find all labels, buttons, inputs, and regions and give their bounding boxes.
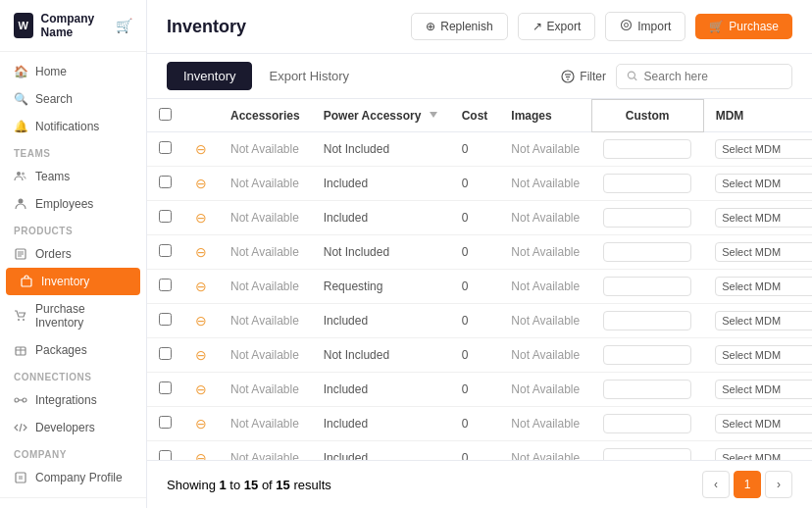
search-box[interactable] <box>616 64 792 89</box>
sidebar-item-notifications-label: Notifications <box>35 120 99 133</box>
mdm-select[interactable]: Select MDM Jamf Intune Kandji <box>715 380 812 399</box>
prev-page-button[interactable]: ‹ <box>702 471 730 498</box>
row-power-accessory: Included <box>312 200 450 234</box>
row-custom <box>591 406 703 440</box>
sidebar-item-inventory-label: Inventory <box>41 275 89 288</box>
next-page-button[interactable]: › <box>765 471 792 498</box>
row-mdm: Select MDM Jamf Intune Kandji <box>703 234 812 269</box>
custom-input[interactable] <box>603 208 691 228</box>
sidebar-item-teams[interactable]: Teams <box>0 163 146 190</box>
sidebar-item-company-profile[interactable]: Company Profile <box>0 464 146 491</box>
company-profile-icon <box>14 471 27 484</box>
mdm-select[interactable]: Select MDM Jamf Intune Kandji <box>715 277 812 296</box>
row-accessories: Not Available <box>219 440 312 460</box>
teams-icon <box>14 170 27 183</box>
replenish-button[interactable]: ⊕ Replenish <box>411 13 507 40</box>
row-power-accessory: Requesting <box>312 269 450 303</box>
custom-input[interactable] <box>603 242 691 262</box>
select-all-checkbox[interactable] <box>159 108 172 121</box>
mdm-select[interactable]: Select MDM Jamf Intune Kandji <box>715 311 812 330</box>
row-checkbox[interactable] <box>159 176 172 188</box>
mdm-select[interactable]: Select MDM Jamf Intune Kandji <box>715 174 812 193</box>
orders-icon <box>14 247 27 261</box>
sidebar-footer: U User Account Name staff@growrk.com ↩ D… <box>0 497 146 508</box>
sidebar-item-integrations[interactable]: Integrations <box>0 386 146 414</box>
products-section-label: PRODUCTS <box>0 218 146 240</box>
svg-point-9 <box>23 319 25 321</box>
row-checkbox[interactable] <box>159 347 172 360</box>
page-1-button[interactable]: 1 <box>734 471 761 498</box>
row-images: Not Available <box>499 234 591 269</box>
cart-icon[interactable]: 🛒 <box>116 18 132 33</box>
row-cost: 0 <box>450 234 500 269</box>
sidebar-item-employees-label: Employees <box>35 197 93 211</box>
export-label: Export <box>547 20 582 33</box>
row-cost: 0 <box>450 372 500 406</box>
connections-section-label: CONNECTIONS <box>0 364 146 386</box>
row-mdm: Select MDM Jamf Intune Kandji <box>703 372 812 406</box>
home-icon: 🏠 <box>14 65 27 78</box>
sidebar-item-search[interactable]: 🔍 Search <box>0 85 146 113</box>
row-checkbox[interactable] <box>159 450 172 461</box>
row-checkbox[interactable] <box>159 416 172 429</box>
sidebar-item-purchase-inventory[interactable]: Purchase Inventory <box>0 295 146 336</box>
purchase-button[interactable]: 🛒 Purchase <box>695 14 792 39</box>
row-power-accessory: Not Included <box>312 234 450 269</box>
sidebar-item-inventory[interactable]: Inventory <box>6 268 140 295</box>
svg-point-2 <box>19 199 24 204</box>
sidebar-item-company-profile-label: Company Profile <box>35 471 123 484</box>
custom-input[interactable] <box>603 139 691 159</box>
mdm-select[interactable]: Select MDM Jamf Intune Kandji <box>715 448 812 461</box>
tab-export-history[interactable]: Export History <box>252 62 366 90</box>
custom-input[interactable] <box>603 311 691 330</box>
row-images: Not Available <box>499 303 591 337</box>
company-section-label: COMPANY <box>0 441 146 464</box>
svg-rect-7 <box>22 279 31 286</box>
sidebar-item-packages[interactable]: Packages <box>0 336 146 364</box>
col-accessories: Accessories <box>219 100 312 132</box>
sidebar-item-home-label: Home <box>35 65 67 78</box>
sidebar-item-notifications[interactable]: 🔔 Notifications <box>0 113 146 140</box>
sidebar-item-home[interactable]: 🏠 Home <box>0 58 146 85</box>
row-checkbox[interactable] <box>159 279 172 291</box>
custom-input[interactable] <box>603 414 691 433</box>
row-cost: 0 <box>450 131 500 166</box>
export-button[interactable]: ↗ Export <box>518 13 596 40</box>
row-checkbox[interactable] <box>159 381 172 394</box>
row-checkbox[interactable] <box>159 244 172 257</box>
filter-button[interactable]: Filter <box>561 70 606 83</box>
mdm-select-wrapper: Select MDM Jamf Intune Kandji <box>715 380 812 399</box>
mdm-select[interactable]: Select MDM Jamf Intune Kandji <box>715 208 812 228</box>
import-button[interactable]: Import <box>605 12 685 41</box>
row-checkbox[interactable] <box>159 313 172 326</box>
custom-input[interactable] <box>603 174 691 193</box>
row-status-icon: ⊖ <box>195 313 207 329</box>
mdm-select[interactable]: Select MDM Jamf Intune Kandji <box>715 242 812 262</box>
mdm-select[interactable]: Select MDM Jamf Intune Kandji <box>715 139 812 159</box>
row-images: Not Available <box>499 372 591 406</box>
tab-inventory[interactable]: Inventory <box>167 62 252 90</box>
row-cost: 0 <box>450 166 500 200</box>
search-input[interactable] <box>644 70 782 83</box>
custom-input[interactable] <box>603 345 691 365</box>
row-cost: 0 <box>450 303 500 337</box>
sidebar-item-developers[interactable]: Developers <box>0 414 146 441</box>
custom-input[interactable] <box>603 380 691 399</box>
mdm-select-wrapper: Select MDM Jamf Intune Kandji <box>715 414 812 433</box>
sidebar-item-orders[interactable]: Orders <box>0 240 146 268</box>
svg-rect-17 <box>16 473 25 483</box>
mdm-select[interactable]: Select MDM Jamf Intune Kandji <box>715 345 812 365</box>
svg-point-0 <box>17 172 21 176</box>
custom-input[interactable] <box>603 277 691 296</box>
sidebar-item-employees[interactable]: Employees <box>0 190 146 218</box>
row-checkbox[interactable] <box>159 141 172 154</box>
row-status-icon: ⊖ <box>195 450 207 461</box>
svg-line-16 <box>20 424 22 432</box>
page-header: Inventory ⊕ Replenish ↗ Export Import 🛒 … <box>147 0 812 54</box>
purchase-inventory-icon <box>14 309 27 323</box>
sidebar-item-packages-label: Packages <box>35 343 87 357</box>
mdm-select[interactable]: Select MDM Jamf Intune Kandji <box>715 414 812 433</box>
row-checkbox[interactable] <box>159 210 172 223</box>
custom-input[interactable] <box>603 448 691 461</box>
teams-section-label: TEAMS <box>0 140 146 163</box>
